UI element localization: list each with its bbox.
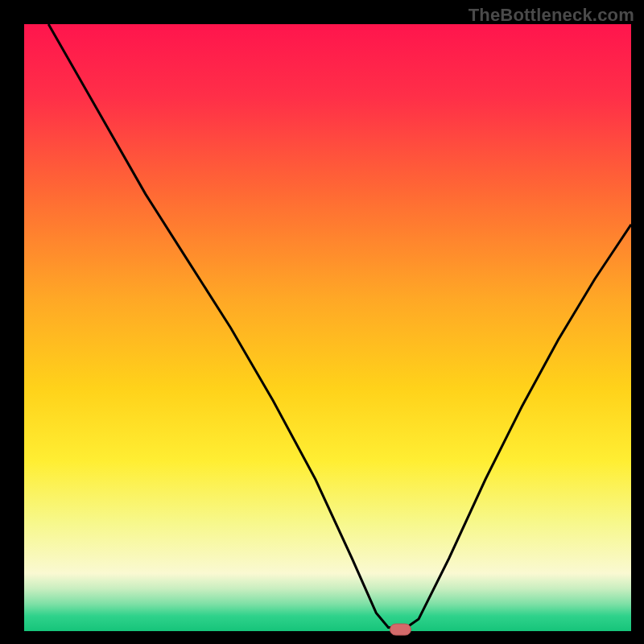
plot-background [24, 24, 631, 631]
chart-frame: TheBottleneck.com [0, 0, 644, 644]
watermark-label: TheBottleneck.com [469, 5, 634, 26]
optimum-marker [390, 624, 411, 635]
bottleneck-chart [0, 0, 644, 644]
